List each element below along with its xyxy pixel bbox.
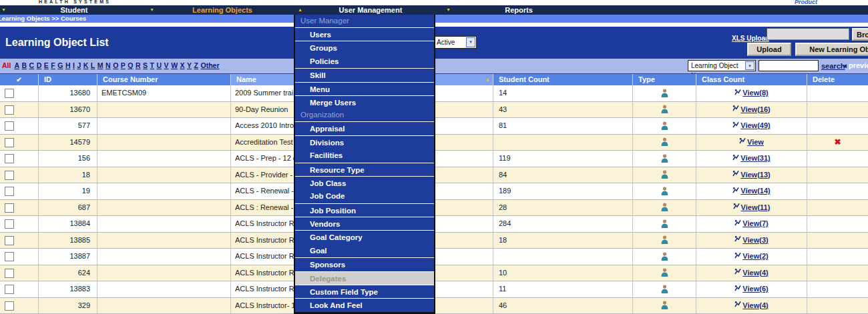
upload-button[interactable]: Upload	[747, 43, 791, 56]
alphabet-filter-l[interactable]: L	[91, 61, 95, 69]
menu-item-custom-field-type[interactable]: Custom Field Type	[295, 285, 434, 298]
menu-item-menu[interactable]: Menu	[295, 82, 434, 95]
menu-item-merge-users[interactable]: Merge Users	[295, 95, 434, 109]
view-classes-link[interactable]: View(6)	[742, 285, 768, 293]
row-select-checkbox[interactable]	[5, 187, 14, 196]
new-learning-object-button[interactable]: New Learning Object	[795, 43, 868, 56]
view-classes-icon	[732, 118, 739, 133]
alphabet-filter-m[interactable]: M	[97, 61, 103, 69]
menu-item-look-and-feel[interactable]: Look And Feel	[295, 298, 434, 311]
alphabet-filter-d[interactable]: D	[37, 61, 42, 69]
alphabet-filter-other[interactable]: Other	[201, 61, 220, 69]
view-classes-link[interactable]: View(49)	[740, 121, 770, 129]
row-select-checkbox[interactable]	[5, 89, 14, 98]
menu-item-goal-category[interactable]: Goal Category	[295, 230, 434, 243]
menu-item-policies[interactable]: Policies	[295, 55, 434, 68]
row-select-checkbox[interactable]	[5, 171, 14, 180]
row-select-checkbox[interactable]	[5, 236, 14, 245]
row-select-checkbox[interactable]	[5, 219, 14, 229]
menu-item-delegates[interactable]: Delegates	[295, 271, 434, 285]
nav-item-user-management[interactable]: ▲User Management	[296, 5, 445, 15]
view-classes-link[interactable]: View(11)	[741, 203, 771, 211]
menu-item-vendors[interactable]: Vendors	[295, 217, 434, 230]
menu-item-skill[interactable]: Skill	[295, 68, 434, 81]
alphabet-filter-h[interactable]: H	[65, 61, 71, 69]
row-select-checkbox[interactable]	[5, 269, 14, 278]
view-classes-link[interactable]: View(4)	[742, 269, 768, 277]
row-select-checkbox[interactable]	[5, 154, 14, 163]
product-link[interactable]: Product	[795, 0, 817, 5]
view-classes-link[interactable]: View(3)	[742, 236, 768, 244]
search-input[interactable]	[758, 60, 819, 71]
alphabet-filter-w[interactable]: W	[171, 61, 178, 69]
alphabet-filter-all[interactable]: All	[2, 61, 11, 69]
previous-pager[interactable]: ◄previous	[841, 61, 868, 69]
nav-item-learning-objects[interactable]: ▼Learning Objects	[148, 5, 296, 15]
alphabet-filter-b[interactable]: B	[22, 61, 27, 69]
row-select-checkbox[interactable]	[5, 285, 14, 294]
view-classes-link[interactable]: View(14)	[740, 187, 770, 195]
view-classes-link[interactable]: View(2)	[742, 252, 768, 260]
view-classes-link[interactable]: View(13)	[740, 171, 770, 179]
menu-item-job-class[interactable]: Job Class	[295, 176, 434, 189]
menu-item-resource-type[interactable]: Resource Type	[295, 163, 434, 176]
alphabet-filter-n[interactable]: N	[105, 61, 111, 69]
col-header-type[interactable]: Type	[632, 74, 696, 85]
menu-item-users[interactable]: Users	[295, 27, 434, 41]
nav-item-student[interactable]: ▼Student	[0, 5, 148, 15]
menu-item-sponsors[interactable]: Sponsors	[295, 257, 434, 271]
browse-button[interactable]: Browse	[852, 28, 868, 41]
view-classes-link[interactable]: View(4)	[742, 301, 768, 309]
status-filter-select[interactable]: Active	[433, 36, 477, 49]
view-classes-link[interactable]: View(7)	[742, 219, 768, 227]
col-header-delete[interactable]: Delete	[807, 74, 868, 85]
nav-item-reports[interactable]: ▼Reports	[445, 5, 593, 15]
alphabet-filter-o[interactable]: O	[113, 61, 118, 69]
alphabet-filter-u[interactable]: U	[157, 61, 162, 69]
alphabet-filter-a[interactable]: A	[14, 61, 19, 69]
menu-item-groups[interactable]: Groups	[295, 41, 434, 54]
menu-item-facilities[interactable]: Facilities	[295, 149, 434, 162]
alphabet-filter-c[interactable]: C	[29, 61, 35, 69]
alphabet-filter-i[interactable]: I	[73, 61, 75, 69]
view-classes-link[interactable]: View(8)	[742, 89, 768, 97]
delete-button[interactable]: ✖	[834, 137, 841, 147]
alphabet-filter-p[interactable]: P	[121, 61, 126, 69]
col-header-course-number[interactable]: Course Number	[97, 74, 230, 85]
view-classes-link[interactable]: View	[747, 138, 764, 146]
alphabet-filter-v[interactable]: V	[164, 61, 169, 69]
row-select-checkbox[interactable]	[5, 121, 14, 131]
alphabet-filter-k[interactable]: K	[83, 61, 89, 69]
alphabet-filter-f[interactable]: F	[51, 61, 55, 69]
menu-item-divisions[interactable]: Divisions	[295, 135, 434, 149]
alphabet-filter-e[interactable]: E	[44, 61, 49, 69]
view-classes-link[interactable]: View(16)	[740, 105, 770, 113]
alphabet-filter-g[interactable]: G	[57, 61, 63, 69]
view-classes-icon	[734, 233, 741, 248]
menu-item-goal[interactable]: Goal	[295, 244, 434, 257]
alphabet-filter-z[interactable]: Z	[194, 61, 198, 69]
alphabet-filter-r[interactable]: R	[136, 61, 141, 69]
search-field-select[interactable]: Learning Object Name	[688, 60, 756, 71]
row-select-checkbox[interactable]	[5, 301, 14, 311]
alphabet-filter-y[interactable]: Y	[187, 61, 192, 69]
view-classes-link[interactable]: View(31)	[740, 154, 770, 162]
col-header-class-count[interactable]: Class Count	[696, 74, 807, 85]
row-select-checkbox[interactable]	[5, 252, 14, 261]
xls-file-input[interactable]	[767, 28, 849, 40]
col-header-student-count[interactable]: Student Count	[493, 74, 632, 85]
menu-item-job-code[interactable]: Job Code	[295, 189, 434, 203]
alphabet-filter-s[interactable]: S	[143, 61, 148, 69]
xls-upload-label[interactable]: XLS Upload	[732, 35, 769, 42]
row-select-checkbox[interactable]	[5, 203, 14, 213]
select-all-header[interactable]: ✔	[0, 74, 38, 85]
menu-item-appraisal[interactable]: Appraisal	[295, 121, 434, 135]
alphabet-filter-q[interactable]: Q	[128, 61, 133, 69]
alphabet-filter-t[interactable]: T	[150, 61, 154, 69]
row-select-checkbox[interactable]	[5, 138, 14, 147]
col-header-id[interactable]: ID	[38, 74, 97, 85]
menu-item-job-position[interactable]: Job Position	[295, 203, 434, 217]
row-select-checkbox[interactable]	[5, 105, 14, 115]
alphabet-filter-j[interactable]: J	[77, 61, 81, 69]
alphabet-filter-x[interactable]: X	[180, 61, 185, 69]
